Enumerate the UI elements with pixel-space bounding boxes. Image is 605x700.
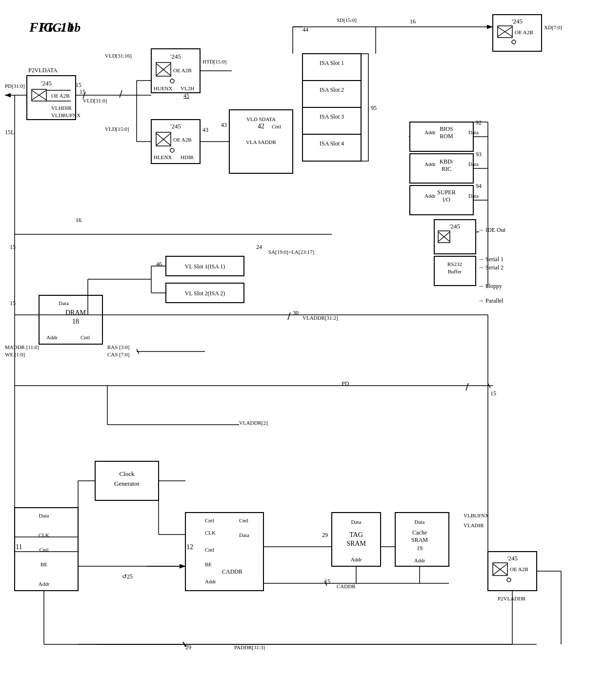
svg-text:→ Serial 1: → Serial 1 <box>478 256 504 263</box>
svg-text:RS232: RS232 <box>447 261 462 267</box>
svg-text:15: 15 <box>490 390 496 397</box>
svg-text:VLD[31:16]: VLD[31:16] <box>105 53 132 59</box>
svg-text:ISA Slot 4: ISA Slot 4 <box>320 140 344 147</box>
svg-text:15L: 15L <box>5 129 14 136</box>
svg-text:XD[7:0]: XD[7:0] <box>544 24 562 30</box>
svg-text:SD[15:0]: SD[15:0] <box>337 17 357 23</box>
svg-text:HTD[15:0]: HTD[15:0] <box>202 59 227 64</box>
svg-text:OE  A2B: OE A2B <box>515 29 533 35</box>
svg-text:VLADDR[31:2]: VLADDR[31:2] <box>302 315 338 321</box>
svg-text:93: 93 <box>476 151 482 158</box>
svg-text:18: 18 <box>72 318 79 325</box>
svg-text:Cntl: Cntl <box>239 517 248 523</box>
svg-point-37 <box>170 148 174 152</box>
svg-line-225 <box>466 383 468 391</box>
svg-text:Data: Data <box>468 193 479 199</box>
svg-text:MADDR [11:0]: MADDR [11:0] <box>5 344 39 350</box>
svg-text:Data: Data <box>468 161 479 167</box>
svg-text:Data: Data <box>415 519 425 525</box>
svg-rect-48 <box>302 54 361 81</box>
svg-text:TAG: TAG <box>349 531 363 538</box>
svg-text:FIG. 1b: FIG. 1b <box>39 21 81 35</box>
svg-text:24: 24 <box>256 244 262 250</box>
svg-text:11: 11 <box>16 543 22 551</box>
svg-text:P2VLDATA: P2VLDATA <box>28 67 58 74</box>
svg-text:→ Parallel: → Parallel <box>478 297 504 304</box>
svg-text:'245: '245 <box>170 53 181 60</box>
svg-text:15: 15 <box>324 578 330 585</box>
svg-text:'245: '245 <box>507 555 518 562</box>
svg-text:CADDR: CADDR <box>222 568 242 575</box>
svg-text:ISA Slot 2: ISA Slot 2 <box>320 86 344 93</box>
svg-text:Cntl: Cntl <box>205 547 214 553</box>
svg-text:OE  A2B: OE A2B <box>510 566 528 572</box>
svg-text:15: 15 <box>76 82 81 88</box>
svg-text:16: 16 <box>76 217 81 224</box>
svg-text:Addr: Addr <box>205 578 216 584</box>
svg-text:I/O: I/O <box>443 196 450 203</box>
svg-text:Cntl: Cntl <box>81 334 90 340</box>
svg-text:VLA SADDR: VLA SADDR <box>246 139 277 145</box>
svg-text:Addr: Addr <box>424 161 436 167</box>
svg-text:PD[31:0]: PD[31:0] <box>5 83 25 89</box>
svg-text:Generator: Generator <box>114 480 140 487</box>
svg-text:94: 94 <box>476 183 482 189</box>
svg-text:VL Slot 1(ISA 1): VL Slot 1(ISA 1) <box>185 263 225 270</box>
svg-rect-50 <box>302 81 361 107</box>
svg-text:19: 19 <box>417 545 423 552</box>
svg-text:Addr: Addr <box>424 129 436 135</box>
svg-text:VLADIR: VLADIR <box>464 522 484 528</box>
svg-text:42: 42 <box>258 123 264 130</box>
svg-text:SUPER: SUPER <box>437 189 455 196</box>
svg-text:ROM: ROM <box>440 133 453 140</box>
diagram-container: FIG. 1b FIG. 1b '245 OE A2B VLHDIR VLDBU… <box>0 0 605 700</box>
svg-text:SRAM: SRAM <box>411 536 428 543</box>
svg-text:ISA Slot 1: ISA Slot 1 <box>320 60 344 66</box>
svg-text:BE: BE <box>205 561 212 567</box>
svg-text:VLHDIR: VLHDIR <box>51 105 72 111</box>
svg-text:ISA Slot 3: ISA Slot 3 <box>320 113 344 120</box>
svg-text:Cntl: Cntl <box>272 124 281 129</box>
svg-text:VL Slot 2(ISA 2): VL Slot 2(ISA 2) <box>185 290 225 297</box>
svg-text:↺25: ↺25 <box>122 573 133 580</box>
svg-text:29: 29 <box>185 644 191 651</box>
svg-text:'245: '245 <box>41 80 52 87</box>
svg-text:Data: Data <box>59 300 69 306</box>
svg-text:VLADDR[2]: VLADDR[2] <box>239 420 268 426</box>
svg-text:→ Serial 2: → Serial 2 <box>478 264 504 271</box>
svg-text:OE  A2B: OE A2B <box>51 93 70 99</box>
svg-text:Clock: Clock <box>119 470 135 477</box>
svg-text:Addr: Addr <box>414 557 425 563</box>
svg-text:RAS [3:0]: RAS [3:0] <box>107 344 130 350</box>
svg-text:VLDBUFNX: VLDBUFNX <box>51 112 81 118</box>
svg-text:SRAM: SRAM <box>346 540 366 547</box>
svg-text:VLBUFNX: VLBUFNX <box>464 513 489 518</box>
svg-text:P2VLADDR: P2VLADDR <box>498 596 526 601</box>
svg-text:HLENX: HLENX <box>154 154 172 160</box>
svg-point-25 <box>170 79 174 83</box>
svg-text:95: 95 <box>371 104 377 111</box>
svg-text:43: 43 <box>221 122 227 128</box>
svg-text:Data: Data <box>239 532 249 538</box>
svg-text:Addr: Addr <box>424 193 436 199</box>
svg-text:12: 12 <box>186 543 193 551</box>
svg-text:VLD[15:0]: VLD[15:0] <box>105 126 129 132</box>
svg-text:Data: Data <box>351 519 362 525</box>
svg-text:'245: '245 <box>512 18 523 25</box>
svg-text:HUENX: HUENX <box>154 85 173 91</box>
svg-text:'245: '245 <box>449 223 460 230</box>
svg-line-223 <box>120 90 122 98</box>
svg-text:CADDR: CADDR <box>337 583 356 589</box>
svg-text:Buffer: Buffer <box>448 268 462 274</box>
svg-text:92: 92 <box>476 119 482 126</box>
svg-text:Data: Data <box>39 513 49 518</box>
svg-text:Addr: Addr <box>46 334 58 340</box>
svg-text:SA[19:0]+LA[23:17]: SA[19:0]+LA[23:17] <box>268 249 314 255</box>
svg-point-155 <box>507 578 511 582</box>
svg-text:HDIR: HDIR <box>181 154 194 160</box>
svg-text:BIOS: BIOS <box>440 125 453 132</box>
svg-text:CLK: CLK <box>205 530 216 535</box>
svg-point-63 <box>512 40 516 44</box>
svg-text:Addr: Addr <box>351 556 362 562</box>
svg-text:OE  A2B: OE A2B <box>173 137 192 143</box>
